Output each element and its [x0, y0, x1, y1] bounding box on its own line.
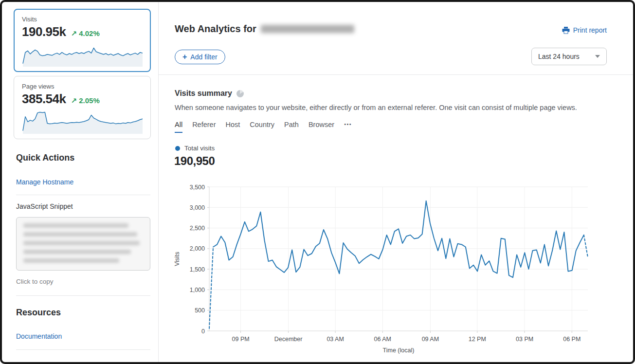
- svg-text:2,000: 2,000: [190, 245, 205, 252]
- svg-text:December: December: [274, 336, 303, 343]
- pageviews-card-label: Page views: [22, 83, 143, 90]
- svg-text:03 PM: 03 PM: [516, 336, 533, 343]
- svg-text:0: 0: [201, 328, 205, 335]
- quick-actions-heading: Quick Actions: [16, 153, 150, 163]
- tab-path[interactable]: Path: [284, 121, 299, 133]
- divider: [16, 195, 150, 195]
- chart-legend: Total visits: [175, 145, 215, 152]
- svg-text:Visits: Visits: [174, 252, 181, 266]
- blurred-code-line: [23, 241, 140, 245]
- tab-host[interactable]: Host: [225, 121, 240, 133]
- visits-sparkline-chart: [22, 41, 144, 67]
- blurred-code-line: [23, 223, 128, 228]
- sidebar: Quick Actions Manage Hostname JavaScript…: [16, 153, 150, 350]
- documentation-link[interactable]: Documentation: [16, 332, 62, 340]
- trend-up-icon: ↗: [71, 96, 77, 105]
- legend-dot-icon: [175, 146, 180, 151]
- pie-help-icon[interactable]: [236, 90, 244, 97]
- page-title: Web Analytics for: [175, 23, 354, 35]
- svg-text:09 PM: 09 PM: [232, 336, 250, 343]
- svg-text:12 PM: 12 PM: [469, 336, 486, 343]
- svg-text:09 AM: 09 AM: [422, 336, 439, 343]
- svg-text:Time (local): Time (local): [383, 347, 415, 354]
- visits-card-delta: ↗ 4.02%: [71, 29, 99, 38]
- svg-text:1,000: 1,000: [190, 287, 205, 293]
- app-window: Visits 190.95k ↗ 4.02% Page views 385.54…: [0, 0, 635, 364]
- svg-text:06 PM: 06 PM: [563, 336, 581, 343]
- visits-summary-heading: Visits summary: [175, 89, 244, 98]
- print-report-link[interactable]: Print report: [562, 26, 607, 34]
- svg-text:1,500: 1,500: [190, 266, 205, 273]
- divider: [16, 349, 150, 350]
- javascript-snippet-label: JavaScript Snippet: [16, 202, 150, 210]
- tab-country[interactable]: Country: [250, 121, 274, 133]
- blurred-domain-name: [261, 25, 354, 33]
- svg-text:500: 500: [195, 307, 205, 314]
- printer-icon: [562, 27, 570, 34]
- blurred-code-line: [23, 258, 119, 263]
- svg-text:06 AM: 06 AM: [374, 336, 391, 343]
- add-filter-button[interactable]: + Add filter: [175, 50, 225, 64]
- svg-text:2,500: 2,500: [190, 225, 205, 232]
- svg-text:3,500: 3,500: [190, 184, 205, 191]
- visits-metric-card[interactable]: Visits 190.95k ↗ 4.02%: [14, 9, 151, 72]
- time-range-value: Last 24 hours: [538, 53, 580, 60]
- visits-card-label: Visits: [22, 16, 143, 23]
- svg-text:03 AM: 03 AM: [327, 336, 344, 343]
- visits-line-chart: 05001,0001,5002,0002,5003,0003,50009 PMD…: [172, 179, 591, 360]
- trend-up-icon: ↗: [71, 29, 77, 37]
- pageviews-sparkline-chart: [22, 109, 144, 134]
- blurred-code-line: [23, 232, 137, 237]
- total-visits-value: 190,950: [174, 154, 215, 168]
- javascript-snippet-code-box[interactable]: [16, 217, 150, 271]
- click-to-copy-hint: Click to copy: [16, 278, 150, 285]
- tab-more[interactable]: •••: [344, 121, 352, 133]
- main-panel: Web Analytics for Print report + Add fil…: [159, 2, 633, 362]
- legend-label: Total visits: [184, 145, 215, 152]
- tab-browser[interactable]: Browser: [308, 121, 334, 133]
- pageviews-metric-card[interactable]: Page views 385.54k ↗ 2.05%: [14, 76, 151, 139]
- manage-hostname-link[interactable]: Manage Hostname: [16, 178, 73, 186]
- header-divider: [159, 74, 633, 75]
- visits-card-value: 190.95k: [22, 24, 66, 39]
- summary-tabs: All Referer Host Country Path Browser ••…: [175, 121, 352, 133]
- divider: [16, 295, 150, 296]
- visits-summary-description: When someone navigates to your website, …: [175, 104, 577, 111]
- tab-referer[interactable]: Referer: [192, 121, 216, 133]
- resources-heading: Resources: [16, 308, 150, 318]
- pageviews-card-value: 385.54k: [22, 91, 66, 107]
- caret-down-icon: [595, 55, 600, 58]
- pageviews-card-delta: ↗ 2.05%: [71, 96, 99, 105]
- tab-all[interactable]: All: [175, 121, 182, 133]
- svg-text:3,000: 3,000: [190, 204, 205, 211]
- blurred-code-line: [23, 250, 131, 254]
- plus-icon: +: [182, 53, 187, 61]
- time-range-dropdown[interactable]: Last 24 hours: [531, 48, 607, 65]
